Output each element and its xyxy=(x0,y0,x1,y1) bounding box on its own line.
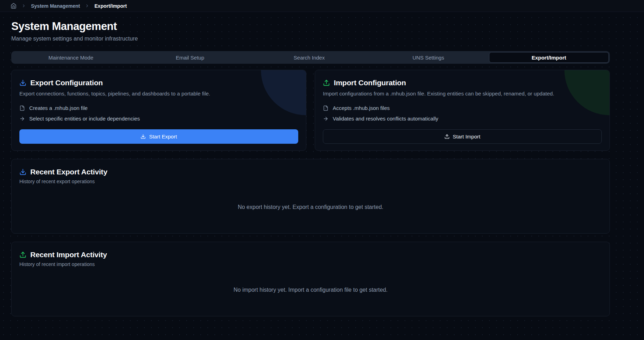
export-activity-title: Recent Export Activity xyxy=(30,168,107,176)
main-content: System Management Manage system settings… xyxy=(11,12,610,316)
download-icon xyxy=(19,79,26,86)
page-subtitle: Manage system settings and monitor infra… xyxy=(11,36,610,42)
import-activity-empty-state: No import history yet. Import a configur… xyxy=(19,287,602,293)
download-icon xyxy=(19,168,26,175)
tab-uns-settings[interactable]: UNS Settings xyxy=(369,51,488,64)
import-feature-text: Validates and resolves conflicts automat… xyxy=(333,116,438,122)
chevron-right-icon xyxy=(21,4,26,8)
import-card-description: Import configurations from a .mhub.json … xyxy=(323,91,602,97)
import-feature-list: Accepts .mhub.json files Validates and r… xyxy=(323,105,602,122)
import-card-title: Import Configuration xyxy=(334,79,406,87)
export-activity-empty-state: No export history yet. Export a configur… xyxy=(19,204,602,210)
file-json-icon xyxy=(323,105,329,111)
recent-import-activity-card: Recent Import Activity History of recent… xyxy=(11,242,610,316)
export-card-title: Export Configuration xyxy=(30,79,103,87)
arrow-right-icon xyxy=(323,116,329,122)
page-title: System Management xyxy=(11,20,610,33)
start-import-button[interactable]: Start Import xyxy=(323,129,602,144)
import-configuration-card: Import Configuration Import configuratio… xyxy=(315,70,610,151)
import-activity-subtitle: History of recent import operations xyxy=(19,261,602,267)
breadcrumb: System Management Export/Import xyxy=(11,3,127,9)
config-cards-row: Export Configuration Export connections,… xyxy=(11,70,610,151)
recent-export-activity-card: Recent Export Activity History of recent… xyxy=(11,159,610,234)
export-feature-text: Creates a .mhub.json file xyxy=(29,105,88,111)
upload-icon xyxy=(19,251,26,258)
home-icon[interactable] xyxy=(11,3,17,9)
tab-email-setup[interactable]: Email Setup xyxy=(130,51,249,64)
file-json-icon xyxy=(19,105,25,111)
tab-maintenance-mode[interactable]: Maintenance Mode xyxy=(11,51,130,64)
start-export-button[interactable]: Start Export xyxy=(19,129,298,144)
list-item: Creates a .mhub.json file xyxy=(19,105,298,111)
list-item: Accepts .mhub.json files xyxy=(323,105,602,111)
breadcrumb-bar: System Management Export/Import xyxy=(0,0,644,12)
breadcrumb-item-system-management[interactable]: System Management xyxy=(31,3,80,9)
chevron-right-icon xyxy=(85,4,89,8)
export-card-description: Export connections, functions, topics, p… xyxy=(19,91,298,97)
arrow-right-icon xyxy=(19,116,25,122)
list-item: Validates and resolves conflicts automat… xyxy=(323,116,602,122)
upload-icon xyxy=(444,134,450,139)
start-export-label: Start Export xyxy=(149,134,177,140)
import-feature-text: Accepts .mhub.json files xyxy=(333,105,390,111)
upload-icon xyxy=(323,79,330,86)
tab-search-index[interactable]: Search Index xyxy=(250,51,369,64)
start-import-label: Start Import xyxy=(453,134,480,140)
settings-tabbar: Maintenance Mode Email Setup Search Inde… xyxy=(11,51,610,64)
export-activity-subtitle: History of recent export operations xyxy=(19,179,602,184)
list-item: Select specific entities or include depe… xyxy=(19,116,298,122)
download-icon xyxy=(140,134,146,139)
export-feature-list: Creates a .mhub.json file Select specifi… xyxy=(19,105,298,122)
import-activity-title: Recent Import Activity xyxy=(30,251,107,259)
breadcrumb-item-current: Export/Import xyxy=(94,3,127,9)
export-feature-text: Select specific entities or include depe… xyxy=(29,116,140,122)
export-configuration-card: Export Configuration Export connections,… xyxy=(11,70,306,151)
tab-export-import[interactable]: Export/Import xyxy=(489,52,609,63)
